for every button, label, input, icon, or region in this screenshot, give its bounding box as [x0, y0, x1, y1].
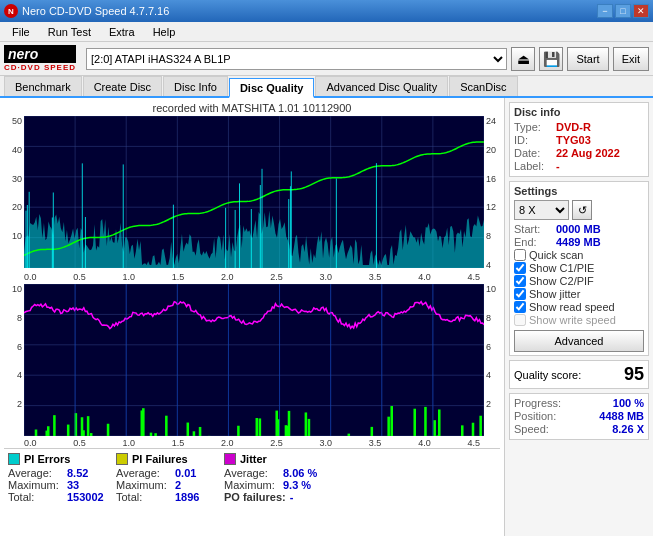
show-c1-pie-checkbox[interactable]	[514, 262, 526, 274]
tab-scandisc[interactable]: ScanDisc	[449, 76, 517, 96]
disc-id-value: TYG03	[556, 134, 591, 146]
progress-value: 100 %	[613, 397, 644, 409]
title-bar-controls[interactable]: − □ ✕	[597, 4, 649, 18]
tab-disc-quality[interactable]: Disc Quality	[229, 78, 315, 98]
show-read-speed-row: Show read speed	[514, 301, 644, 313]
show-read-speed-checkbox[interactable]	[514, 301, 526, 313]
progress-speed-row: Speed: 8.26 X	[514, 423, 644, 435]
upper-chart-inner	[24, 116, 484, 270]
drive-selector[interactable]: [2:0] ATAPI iHAS324 A BL1P	[86, 48, 507, 70]
nero-sub-logo: CD·DVD SPEED	[4, 63, 76, 72]
start-mb-value: 0000 MB	[556, 223, 601, 235]
show-c1-pie-row: Show C1/PIE	[514, 262, 644, 274]
maximize-button[interactable]: □	[615, 4, 631, 18]
tab-disc-info[interactable]: Disc Info	[163, 76, 228, 96]
show-jitter-label[interactable]: Show jitter	[529, 288, 580, 300]
quick-scan-label[interactable]: Quick scan	[529, 249, 583, 261]
title-bar-left: N Nero CD-DVD Speed 4.7.7.16	[4, 4, 169, 18]
pi-failures-title: PI Failures	[132, 453, 188, 465]
disc-type-row: Type: DVD-R	[514, 121, 644, 133]
show-c2-pif-row: Show C2/PIF	[514, 275, 644, 287]
right-panel: Disc info Type: DVD-R ID: TYG03 Date: 22…	[505, 98, 653, 536]
menu-run-test[interactable]: Run Test	[40, 25, 99, 39]
disc-id-row: ID: TYG03	[514, 134, 644, 146]
legend-area: PI Errors Average: 8.52 Maximum: 33 Tota…	[4, 448, 500, 532]
disc-type-value: DVD-R	[556, 121, 591, 133]
title-bar: N Nero CD-DVD Speed 4.7.7.16 − □ ✕	[0, 0, 653, 22]
progress-progress-row: Progress: 100 %	[514, 397, 644, 409]
settings-title: Settings	[514, 185, 644, 197]
position-value: 4488 MB	[599, 410, 644, 422]
upper-y-axis-left: 5040302010	[4, 116, 24, 270]
tab-benchmark[interactable]: Benchmark	[4, 76, 82, 96]
legend-pi-errors: PI Errors Average: 8.52 Maximum: 33 Tota…	[8, 453, 108, 528]
progress-position-row: Position: 4488 MB	[514, 410, 644, 422]
app-icon: N	[4, 4, 18, 18]
quality-score-row: Quality score: 95	[514, 364, 644, 385]
tab-create-disc[interactable]: Create Disc	[83, 76, 162, 96]
menu-bar: File Run Test Extra Help	[0, 22, 653, 42]
lower-y-axis-right: 108642	[484, 284, 500, 438]
show-c2-pif-checkbox[interactable]	[514, 275, 526, 287]
save-icon-btn[interactable]: 💾	[539, 47, 563, 71]
disc-date-value: 22 Aug 2022	[556, 147, 620, 159]
close-button[interactable]: ✕	[633, 4, 649, 18]
lower-chart-wrapper: 108642 108642	[4, 284, 500, 438]
speed-selector[interactable]: 8 X Max 1 X 2 X 4 X 12 X 16 X	[514, 200, 569, 220]
legend-pi-failures: PI Failures Average: 0.01 Maximum: 2 Tot…	[116, 453, 216, 528]
quick-scan-checkbox[interactable]	[514, 249, 526, 261]
show-write-speed-row: Show write speed	[514, 314, 644, 326]
show-write-speed-label: Show write speed	[529, 314, 616, 326]
progress-section: Progress: 100 % Position: 4488 MB Speed:…	[509, 393, 649, 440]
menu-help[interactable]: Help	[145, 25, 184, 39]
pi-errors-avg: Average: 8.52	[8, 467, 108, 479]
legend-pi-errors-header: PI Errors	[8, 453, 108, 465]
upper-chart-wrapper: 5040302010 2420161284	[4, 116, 500, 270]
legend-jitter-header: Jitter	[224, 453, 324, 465]
pi-errors-title: PI Errors	[24, 453, 70, 465]
quick-scan-row: Quick scan	[514, 249, 644, 261]
jitter-title: Jitter	[240, 453, 267, 465]
quality-score-value: 95	[624, 364, 644, 385]
exit-button[interactable]: Exit	[613, 47, 649, 71]
start-button[interactable]: Start	[567, 47, 608, 71]
upper-chart-canvas	[24, 116, 484, 268]
jitter-color	[224, 453, 236, 465]
speed-row: 8 X Max 1 X 2 X 4 X 12 X 16 X ↺	[514, 200, 644, 220]
chart-title: recorded with MATSHITA 1.01 10112900	[4, 102, 500, 114]
jitter-avg: Average: 8.06 %	[224, 467, 324, 479]
disc-label-value: -	[556, 160, 560, 172]
end-mb-row: End: 4489 MB	[514, 236, 644, 248]
show-jitter-checkbox[interactable]	[514, 288, 526, 300]
speed-refresh-icon[interactable]: ↺	[572, 200, 592, 220]
lower-chart-canvas	[24, 284, 484, 436]
lower-chart-inner	[24, 284, 484, 438]
tab-advanced-disc-quality[interactable]: Advanced Disc Quality	[315, 76, 448, 96]
menu-extra[interactable]: Extra	[101, 25, 143, 39]
pi-errors-total: Total: 153002	[8, 491, 108, 503]
nero-logo-text: nero	[4, 45, 76, 64]
pi-failures-max: Maximum: 2	[116, 479, 216, 491]
speed-value: 8.26 X	[612, 423, 644, 435]
eject-icon-btn[interactable]: ⏏	[511, 47, 535, 71]
position-label: Position:	[514, 410, 556, 422]
end-mb-value: 4489 MB	[556, 236, 601, 248]
disc-info-title: Disc info	[514, 106, 644, 118]
upper-x-axis: 0.00.51.01.52.02.53.03.54.04.5	[4, 272, 500, 282]
show-c2-pif-label[interactable]: Show C2/PIF	[529, 275, 594, 287]
disc-date-row: Date: 22 Aug 2022	[514, 147, 644, 159]
speed-label: Speed:	[514, 423, 549, 435]
show-jitter-row: Show jitter	[514, 288, 644, 300]
advanced-button[interactable]: Advanced	[514, 330, 644, 352]
menu-file[interactable]: File	[4, 25, 38, 39]
legend-jitter: Jitter Average: 8.06 % Maximum: 9.3 % PO…	[224, 453, 324, 528]
po-failures-row: PO failures: -	[224, 491, 324, 503]
minimize-button[interactable]: −	[597, 4, 613, 18]
show-read-speed-label[interactable]: Show read speed	[529, 301, 615, 313]
lower-x-axis: 0.00.51.01.52.02.53.03.54.04.5	[4, 438, 500, 448]
show-c1-pie-label[interactable]: Show C1/PIE	[529, 262, 594, 274]
main-content: recorded with MATSHITA 1.01 10112900 504…	[0, 98, 653, 536]
window-title: Nero CD-DVD Speed 4.7.7.16	[22, 5, 169, 17]
pi-errors-color	[8, 453, 20, 465]
disc-info-section: Disc info Type: DVD-R ID: TYG03 Date: 22…	[509, 102, 649, 177]
